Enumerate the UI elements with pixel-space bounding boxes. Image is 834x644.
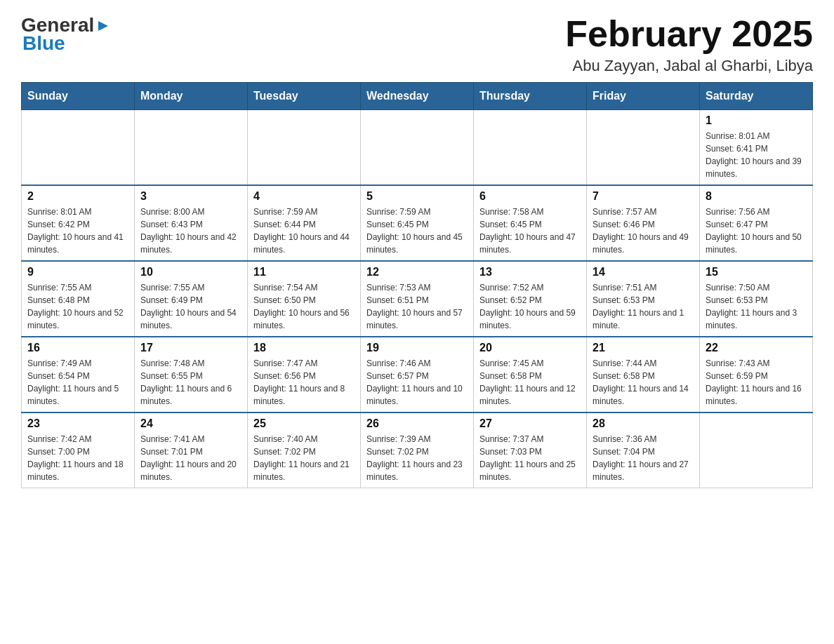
calendar-cell: 7Sunrise: 7:57 AMSunset: 6:46 PMDaylight… — [587, 185, 700, 261]
calendar-cell: 24Sunrise: 7:41 AMSunset: 7:01 PMDayligh… — [135, 412, 248, 488]
calendar-table: Sunday Monday Tuesday Wednesday Thursday… — [21, 82, 813, 488]
logo-blue-text: Blue — [22, 32, 65, 55]
calendar-cell — [361, 110, 474, 186]
day-number: 7 — [593, 190, 694, 203]
calendar-cell: 18Sunrise: 7:47 AMSunset: 6:56 PMDayligh… — [248, 337, 361, 412]
day-number: 23 — [27, 417, 128, 430]
day-number: 6 — [479, 190, 581, 203]
calendar-cell: 15Sunrise: 7:50 AMSunset: 6:53 PMDayligh… — [700, 261, 813, 337]
calendar-cell: 3Sunrise: 8:00 AMSunset: 6:43 PMDaylight… — [135, 185, 248, 261]
col-sunday: Sunday — [22, 83, 135, 110]
calendar-cell: 13Sunrise: 7:52 AMSunset: 6:52 PMDayligh… — [474, 261, 587, 337]
day-info: Sunrise: 7:58 AMSunset: 6:45 PMDaylight:… — [479, 206, 581, 256]
day-number: 11 — [253, 266, 355, 279]
day-number: 21 — [593, 342, 694, 354]
col-saturday: Saturday — [700, 83, 813, 110]
logo: General Blue — [21, 14, 111, 55]
calendar-title: February 2025 — [565, 14, 813, 54]
calendar-cell: 27Sunrise: 7:37 AMSunset: 7:03 PMDayligh… — [474, 412, 587, 488]
day-number: 24 — [140, 417, 241, 430]
col-monday: Monday — [135, 83, 248, 110]
calendar-cell: 14Sunrise: 7:51 AMSunset: 6:53 PMDayligh… — [587, 261, 700, 337]
day-info: Sunrise: 7:59 AMSunset: 6:44 PMDaylight:… — [253, 206, 355, 256]
calendar-body: 1Sunrise: 8:01 AMSunset: 6:41 PMDaylight… — [22, 110, 813, 488]
calendar-week-row: 1Sunrise: 8:01 AMSunset: 6:41 PMDaylight… — [22, 110, 813, 186]
calendar-cell: 6Sunrise: 7:58 AMSunset: 6:45 PMDaylight… — [474, 185, 587, 261]
calendar-cell: 23Sunrise: 7:42 AMSunset: 7:00 PMDayligh… — [22, 412, 135, 488]
day-number: 14 — [593, 266, 694, 279]
day-number: 5 — [366, 190, 468, 203]
calendar-cell: 5Sunrise: 7:59 AMSunset: 6:45 PMDaylight… — [361, 185, 474, 261]
calendar-cell: 9Sunrise: 7:55 AMSunset: 6:48 PMDaylight… — [22, 261, 135, 337]
day-number: 13 — [479, 266, 581, 279]
col-friday: Friday — [587, 83, 700, 110]
day-number: 22 — [706, 342, 807, 354]
calendar-cell — [700, 412, 813, 488]
calendar-cell: 19Sunrise: 7:46 AMSunset: 6:57 PMDayligh… — [361, 337, 474, 412]
day-number: 10 — [140, 266, 241, 279]
day-info: Sunrise: 7:51 AMSunset: 6:53 PMDaylight:… — [593, 281, 694, 332]
day-number: 9 — [27, 266, 128, 279]
calendar-cell: 17Sunrise: 7:48 AMSunset: 6:55 PMDayligh… — [135, 337, 248, 412]
day-number: 4 — [253, 190, 355, 203]
day-info: Sunrise: 7:40 AMSunset: 7:02 PMDaylight:… — [253, 433, 355, 483]
day-info: Sunrise: 7:46 AMSunset: 6:57 PMDaylight:… — [366, 357, 468, 408]
col-thursday: Thursday — [474, 83, 587, 110]
day-info: Sunrise: 7:37 AMSunset: 7:03 PMDaylight:… — [479, 433, 581, 483]
day-info: Sunrise: 8:01 AMSunset: 6:42 PMDaylight:… — [27, 206, 128, 256]
day-info: Sunrise: 7:44 AMSunset: 6:58 PMDaylight:… — [593, 357, 694, 408]
day-number: 25 — [253, 417, 355, 430]
day-info: Sunrise: 7:52 AMSunset: 6:52 PMDaylight:… — [479, 281, 581, 332]
day-info: Sunrise: 7:54 AMSunset: 6:50 PMDaylight:… — [253, 281, 355, 332]
day-info: Sunrise: 7:45 AMSunset: 6:58 PMDaylight:… — [479, 357, 581, 408]
day-info: Sunrise: 7:43 AMSunset: 6:59 PMDaylight:… — [706, 357, 807, 408]
calendar-cell: 21Sunrise: 7:44 AMSunset: 6:58 PMDayligh… — [587, 337, 700, 412]
day-number: 20 — [479, 342, 581, 354]
calendar-cell: 22Sunrise: 7:43 AMSunset: 6:59 PMDayligh… — [700, 337, 813, 412]
day-number: 27 — [479, 417, 581, 430]
day-number: 26 — [366, 417, 468, 430]
day-info: Sunrise: 7:36 AMSunset: 7:04 PMDaylight:… — [593, 433, 694, 483]
day-info: Sunrise: 7:39 AMSunset: 7:02 PMDaylight:… — [366, 433, 468, 483]
day-info: Sunrise: 7:47 AMSunset: 6:56 PMDaylight:… — [253, 357, 355, 408]
calendar-cell: 25Sunrise: 7:40 AMSunset: 7:02 PMDayligh… — [248, 412, 361, 488]
calendar-cell: 11Sunrise: 7:54 AMSunset: 6:50 PMDayligh… — [248, 261, 361, 337]
calendar-week-row: 9Sunrise: 7:55 AMSunset: 6:48 PMDaylight… — [22, 261, 813, 337]
day-info: Sunrise: 7:55 AMSunset: 6:48 PMDaylight:… — [27, 281, 128, 332]
calendar-cell: 4Sunrise: 7:59 AMSunset: 6:44 PMDaylight… — [248, 185, 361, 261]
calendar-cell: 10Sunrise: 7:55 AMSunset: 6:49 PMDayligh… — [135, 261, 248, 337]
calendar-cell — [22, 110, 135, 186]
col-tuesday: Tuesday — [248, 83, 361, 110]
day-number: 28 — [593, 417, 694, 430]
day-info: Sunrise: 7:57 AMSunset: 6:46 PMDaylight:… — [593, 206, 694, 256]
calendar-cell: 2Sunrise: 8:01 AMSunset: 6:42 PMDaylight… — [22, 185, 135, 261]
day-info: Sunrise: 7:59 AMSunset: 6:45 PMDaylight:… — [366, 206, 468, 256]
title-area: February 2025 Abu Zayyan, Jabal al Gharb… — [565, 14, 813, 75]
day-info: Sunrise: 7:49 AMSunset: 6:54 PMDaylight:… — [27, 357, 128, 408]
header: General Blue February 2025 Abu Zayyan, J… — [21, 14, 813, 75]
calendar-cell — [474, 110, 587, 186]
calendar-cell — [587, 110, 700, 186]
calendar-cell: 26Sunrise: 7:39 AMSunset: 7:02 PMDayligh… — [361, 412, 474, 488]
col-wednesday: Wednesday — [361, 83, 474, 110]
calendar-cell — [248, 110, 361, 186]
calendar-cell: 8Sunrise: 7:56 AMSunset: 6:47 PMDaylight… — [700, 185, 813, 261]
calendar-cell: 1Sunrise: 8:01 AMSunset: 6:41 PMDaylight… — [700, 110, 813, 186]
calendar-cell: 20Sunrise: 7:45 AMSunset: 6:58 PMDayligh… — [474, 337, 587, 412]
day-number: 8 — [706, 190, 807, 203]
calendar-header: Sunday Monday Tuesday Wednesday Thursday… — [22, 83, 813, 110]
day-info: Sunrise: 8:01 AMSunset: 6:41 PMDaylight:… — [706, 130, 807, 180]
calendar-cell: 16Sunrise: 7:49 AMSunset: 6:54 PMDayligh… — [22, 337, 135, 412]
day-info: Sunrise: 7:56 AMSunset: 6:47 PMDaylight:… — [706, 206, 807, 256]
header-row: Sunday Monday Tuesday Wednesday Thursday… — [22, 83, 813, 110]
day-info: Sunrise: 7:41 AMSunset: 7:01 PMDaylight:… — [140, 433, 241, 483]
calendar-subtitle: Abu Zayyan, Jabal al Gharbi, Libya — [565, 57, 813, 75]
calendar-cell — [135, 110, 248, 186]
day-info: Sunrise: 7:55 AMSunset: 6:49 PMDaylight:… — [140, 281, 241, 332]
day-info: Sunrise: 7:50 AMSunset: 6:53 PMDaylight:… — [706, 281, 807, 332]
calendar-cell: 12Sunrise: 7:53 AMSunset: 6:51 PMDayligh… — [361, 261, 474, 337]
day-number: 15 — [706, 266, 807, 279]
day-info: Sunrise: 8:00 AMSunset: 6:43 PMDaylight:… — [140, 206, 241, 256]
day-info: Sunrise: 7:53 AMSunset: 6:51 PMDaylight:… — [366, 281, 468, 332]
calendar-week-row: 23Sunrise: 7:42 AMSunset: 7:00 PMDayligh… — [22, 412, 813, 488]
